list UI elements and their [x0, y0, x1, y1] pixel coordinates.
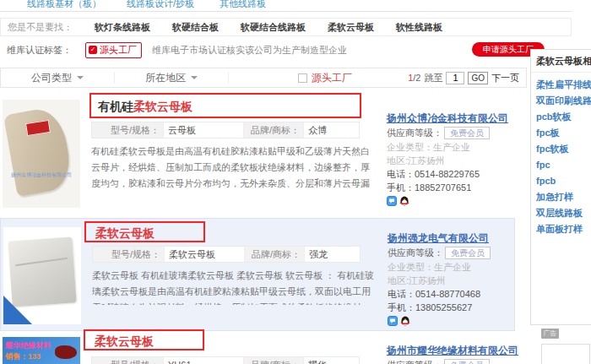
company-name-link[interactable]: 扬州市耀华绝缘材料有限公司: [387, 345, 523, 356]
listing-description-2: 柔软云母板 有机硅玻璃柔软云母板 柔软云母板 软云母板 ： 有机硅玻璃柔软云母板…: [92, 268, 379, 305]
next-page-link[interactable]: 下一页: [491, 72, 519, 84]
spec-value: 柔软云母板: [164, 247, 245, 262]
sidebar-link-1[interactable]: 双面印刷线路板: [536, 93, 591, 109]
sidebar-ad-box: [541, 344, 590, 364]
brand-label: 品牌/商标：: [245, 247, 304, 262]
company-region: 地区:江苏扬州: [388, 275, 524, 286]
company-type-dropdown[interactable]: 公司类型: [1, 72, 115, 84]
qq-penguin-icon[interactable]: [399, 196, 409, 209]
qq-chat-icon[interactable]: [388, 316, 398, 329]
qq-penguin-icon[interactable]: [400, 316, 410, 329]
company-info-3: 扬州市耀华绝缘材料有限公司 供应商等级：免费会员: [387, 345, 523, 364]
product-image-1[interactable]: 扬州众博冶金科技有限公司: [3, 100, 80, 208]
blue-corner-graphic: [3, 296, 32, 324]
title-prefix: 有机硅: [98, 100, 133, 113]
listing-card-2: 柔软云母板 型号/规格： 柔软云母板 品牌/商标： 强龙 柔软云母板 有机硅玻璃…: [0, 218, 515, 331]
suggestion-label: 您是不是要找：: [8, 21, 73, 34]
supplier-level-label: 供应商等级：: [387, 360, 442, 364]
member-level-badge: 免费会员: [444, 359, 490, 364]
brand-label: 品牌/商标：: [244, 122, 303, 138]
company-info-2: 扬州强龙电气有限公司 供应商等级：免费会员 企业类型：生产企业 地区:江苏扬州 …: [388, 233, 524, 329]
listing-title-2[interactable]: 柔软云母板: [95, 226, 155, 242]
search-suggestion-bar: 您是不是要找： 软灯条线路板 软硬结合板 软硬结合线路板 柔软云母板 软性线路板: [0, 18, 572, 36]
check-icon: ✓: [89, 46, 97, 54]
company-region: 地区:江苏扬州: [387, 155, 523, 166]
cert-description: 维库电子市场认证核实该公司为生产制造型企业: [152, 44, 347, 57]
company-type-label: 企业类型：: [387, 142, 433, 152]
top-nav-link-pcb-design[interactable]: 线路板设计/抄板: [127, 0, 194, 10]
listing-title-3[interactable]: 柔软云母板: [95, 334, 154, 350]
cert-label: 维库认证标签：: [7, 44, 72, 57]
spec-value: YH61: [163, 357, 244, 364]
product-image-3[interactable]: 耀华绝缘材料 销售：133: [3, 337, 80, 364]
listing-title-1[interactable]: 有机硅柔软云母板: [98, 100, 192, 115]
spec-value: 云母板: [163, 122, 244, 138]
company-type-value: 生产企业: [433, 142, 470, 152]
source-factory-checkbox[interactable]: [298, 73, 307, 83]
sidebar-link-7[interactable]: 加急打样: [536, 189, 591, 205]
company-type-value: 生产企业: [434, 262, 471, 272]
spec-label: 型号/规格：: [93, 247, 164, 262]
company-type-label: 企业类型：: [388, 262, 434, 272]
suggest-link-2[interactable]: 软硬结合线路板: [241, 21, 306, 34]
sidebar-link-5[interactable]: fpc: [536, 157, 591, 173]
brand-label: 品牌/商标：: [244, 357, 303, 364]
sidebar-link-6[interactable]: fpcb: [536, 173, 591, 189]
ad-label-badge: 广告: [541, 329, 559, 339]
filter-bar: 公司类型 所在地区 源头工厂 1/2 跳至 GO 下一页: [0, 68, 527, 88]
company-name-link[interactable]: 扬州众博冶金科技有限公司: [387, 113, 523, 124]
sidebar-link-4[interactable]: fpc软板: [536, 141, 591, 157]
spec-label: 型号/规格：: [92, 122, 163, 138]
chevron-down-icon: [77, 76, 84, 79]
suggest-link-0[interactable]: 软灯条线路板: [95, 21, 150, 34]
company-type-label: 公司类型: [31, 71, 72, 85]
sidebar-link-2[interactable]: pcb软板: [536, 109, 591, 125]
sidebar-link-8[interactable]: 双层线路板: [536, 205, 591, 221]
qq-chat-icon[interactable]: [387, 196, 397, 209]
sidebar-link-3[interactable]: fpc板: [536, 125, 591, 141]
source-factory-filter-label: 源头工厂: [312, 71, 352, 85]
supplier-level-label: 供应商等级：: [387, 128, 442, 138]
listing-card-3: 耀华绝缘材料 销售：133 柔软云母板 型号/规格： YH61 品牌/商标： 耀…: [0, 334, 515, 364]
page: 线路板基材（板） 线路板设计/抄板 其他线路板 您是不是要找： 软灯条线路板 软…: [0, 0, 591, 364]
source-factory-badge: ✓ 源头工厂: [85, 42, 142, 58]
image-watermark: 扬州众博冶金科技有限公司: [4, 171, 79, 179]
region-dropdown[interactable]: 所在地区: [115, 72, 229, 84]
company-name-link[interactable]: 扬州强龙电气有限公司: [388, 233, 524, 244]
product-image-2[interactable]: [3, 227, 81, 324]
phone-label: 电话：: [387, 169, 415, 179]
sidebar-links: 柔性扁平排线 双面印刷线路板 pcb软板 fpc板 fpc软板 fpc fpcb…: [531, 73, 591, 237]
certification-bar: 维库认证标签： ✓ 源头工厂 维库电子市场认证核实该公司为生产制造型企业: [0, 42, 347, 57]
brand-value: 众博: [303, 122, 359, 138]
company-info-1: 扬州众博冶金科技有限公司 供应商等级：免费会员 企业类型：生产企业 地区:江苏扬…: [387, 113, 523, 209]
sidebar-link-9[interactable]: 单面板打样: [536, 221, 591, 237]
supplier-level-label: 供应商等级：: [388, 247, 443, 258]
image-ad-text: 耀华绝缘材料: [5, 340, 51, 351]
brand-value: 强龙: [304, 247, 360, 262]
sidebar-link-0[interactable]: 柔性扁平排线: [536, 77, 591, 93]
spec-table-1: 型号/规格： 云母板 品牌/商标： 众博: [91, 122, 360, 139]
suggest-link-1[interactable]: 软硬结合板: [172, 21, 219, 34]
pagination: 1/2 跳至 GO 下一页: [408, 72, 519, 84]
suggest-link-4[interactable]: 软性线路板: [396, 21, 442, 34]
title-keyword: 柔软云母板: [95, 226, 155, 240]
top-nav-link-pcb-base[interactable]: 线路板基材（板）: [27, 0, 101, 10]
region-label: 所在地区: [145, 71, 186, 85]
jump-label: 跳至: [424, 72, 442, 84]
related-products-sidebar: 柔软云母板相关产品 柔性扁平排线 双面印刷线路板 pcb软板 fpc板 fpc软…: [530, 49, 591, 325]
phone-number: 0514-88229765: [415, 169, 480, 179]
source-factory-badge-text: 源头工厂: [100, 44, 137, 57]
product-photo-graphic: [55, 345, 77, 359]
go-button[interactable]: GO: [468, 72, 488, 84]
image-ad-phone: 销售：133: [5, 351, 41, 362]
spec-table-2: 型号/规格： 柔软云母板 品牌/商标： 强龙: [92, 246, 361, 263]
spec-table-3: 型号/规格： YH61 品牌/商标： 耀华: [91, 356, 360, 364]
phone-label: 电话：: [388, 289, 415, 299]
mobile-number: 13805255627: [415, 302, 472, 312]
listing-card-1: 扬州众博冶金科技有限公司 有机硅柔软云母板 型号/规格： 云母板 品牌/商标： …: [0, 91, 515, 218]
source-factory-filter[interactable]: 源头工厂: [298, 71, 352, 85]
top-nav-link-pcb-other[interactable]: 其他线路板: [220, 0, 266, 10]
title-keyword: 柔软云母板: [95, 334, 154, 348]
suggest-link-3[interactable]: 柔软云母板: [328, 21, 374, 34]
page-jump-input[interactable]: [446, 72, 464, 84]
